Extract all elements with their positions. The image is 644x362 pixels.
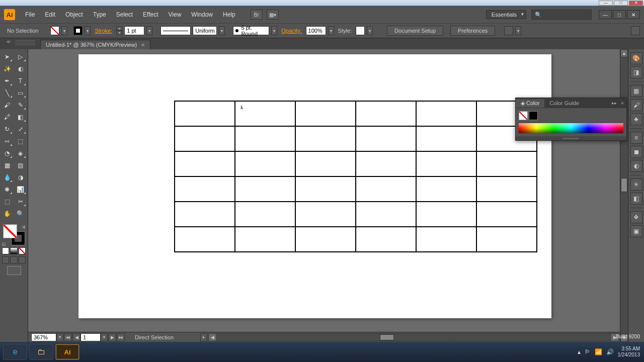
- tab-close-icon[interactable]: ✕: [141, 42, 145, 48]
- stroke-weight-spinner[interactable]: ▴▾: [116, 26, 122, 35]
- tray-action-center-icon[interactable]: 🏳: [585, 348, 591, 355]
- pencil-tool[interactable]: ✎: [15, 100, 27, 111]
- color-tab[interactable]: ◈ Color: [516, 99, 544, 108]
- stroke-label[interactable]: Stroke:: [93, 28, 114, 34]
- document-setup-button[interactable]: Document Setup: [387, 26, 443, 36]
- artboard-dropdown[interactable]: ▾: [101, 333, 108, 341]
- preferences-button[interactable]: Preferences: [450, 26, 495, 36]
- zoom-tool[interactable]: 🔍: [15, 208, 27, 219]
- gradient-tool[interactable]: ▤: [15, 160, 27, 171]
- hand-tool[interactable]: ✋: [1, 208, 13, 219]
- draw-inside-icon[interactable]: [19, 256, 26, 263]
- align-icon[interactable]: [504, 26, 513, 35]
- vscroll-up-icon[interactable]: ▲: [620, 49, 628, 57]
- stroke-profile[interactable]: [160, 26, 191, 35]
- vertical-scrollbar[interactable]: ▲ ▼: [620, 49, 628, 342]
- artboard-tool[interactable]: ⬚: [1, 196, 13, 207]
- pen-tool[interactable]: ✒: [1, 75, 13, 86]
- os-minimize[interactable]: —: [599, 1, 613, 6]
- swap-fill-stroke-icon[interactable]: ⤭: [22, 224, 26, 230]
- stroke-weight-field[interactable]: 1 pt: [124, 26, 144, 35]
- artboard-field[interactable]: 1: [80, 333, 101, 341]
- panel-menu-icon[interactable]: ≡: [618, 101, 626, 106]
- arrange-docs-icon[interactable]: ▦▾: [267, 10, 279, 20]
- color-guide-panel-icon[interactable]: ◨: [630, 66, 642, 78]
- default-fill-stroke-icon[interactable]: ◱: [2, 242, 6, 246]
- swatches-panel-icon[interactable]: ▦: [630, 85, 642, 97]
- paintbrush-tool[interactable]: 🖌: [1, 100, 13, 111]
- vscroll-thumb[interactable]: [621, 178, 627, 192]
- slice-tool[interactable]: ✂: [15, 196, 27, 207]
- first-artboard-icon[interactable]: ⏮: [64, 333, 72, 341]
- tray-volume-icon[interactable]: 🔊: [606, 348, 614, 355]
- style-swatch[interactable]: [356, 26, 365, 35]
- mesh-tool[interactable]: ▦: [1, 160, 13, 171]
- menu-view[interactable]: View: [165, 9, 186, 20]
- fill-box[interactable]: [3, 224, 17, 238]
- width-tool[interactable]: ⇿: [1, 136, 13, 147]
- menu-window[interactable]: Window: [187, 9, 217, 20]
- color-spectrum[interactable]: [519, 123, 623, 133]
- os-close[interactable]: ✕: [629, 1, 643, 6]
- gradient-panel-icon[interactable]: ◼: [630, 146, 642, 158]
- taskbar-explorer-icon[interactable]: 🗀: [29, 344, 53, 360]
- fill-dropdown[interactable]: ▾: [61, 26, 67, 35]
- last-artboard-icon[interactable]: ⏭: [117, 333, 125, 341]
- opacity-dropdown[interactable]: ▾: [328, 26, 334, 35]
- color-guide-tab[interactable]: Color Guide: [544, 99, 584, 107]
- tray-network-icon[interactable]: 📶: [595, 348, 602, 355]
- zoom-field[interactable]: 367%: [31, 333, 56, 341]
- profile-dropdown[interactable]: ▾: [219, 26, 225, 35]
- perspective-tool[interactable]: ◈: [15, 148, 27, 159]
- prev-artboard-icon[interactable]: ◀: [72, 333, 80, 341]
- rotate-tool[interactable]: ↻: [1, 124, 13, 135]
- eyedropper-tool[interactable]: 💧: [1, 172, 13, 183]
- next-artboard-icon[interactable]: ▶: [108, 333, 116, 341]
- fill-stroke-control[interactable]: ⤭ ◱: [1, 223, 27, 246]
- menu-edit[interactable]: Edit: [41, 9, 59, 20]
- lasso-tool[interactable]: ◐: [15, 63, 27, 74]
- stroke-weight-dropdown[interactable]: ▾: [146, 26, 152, 35]
- transparency-panel-icon[interactable]: ◐: [630, 160, 642, 172]
- panel-resize-grip[interactable]: [516, 136, 626, 140]
- panel-grabber[interactable]: [15, 40, 35, 45]
- canvas[interactable]: k: [28, 49, 620, 332]
- screen-mode-icon[interactable]: [7, 266, 21, 275]
- symbol-sprayer-tool[interactable]: ✱: [1, 184, 13, 195]
- align-dropdown[interactable]: ▾: [515, 26, 521, 35]
- appearance-panel-icon[interactable]: ☀: [630, 178, 642, 191]
- opacity-label[interactable]: Opacity:: [279, 28, 303, 34]
- collapse-handle[interactable]: ≪: [6, 39, 11, 44]
- gradient-mode-icon[interactable]: [10, 247, 17, 254]
- stroke-swatch[interactable]: [73, 26, 83, 35]
- style-dropdown[interactable]: ▾: [367, 26, 373, 35]
- document-tab[interactable]: Untitled-1* @ 367% (CMYK/Preview) ✕: [40, 40, 150, 49]
- color-panel-icon[interactable]: 🎨: [630, 52, 642, 64]
- bridge-icon[interactable]: Br: [251, 10, 263, 20]
- panel-collapse-icon[interactable]: ▸▸: [610, 101, 618, 106]
- app-minimize[interactable]: —: [599, 10, 612, 19]
- taskbar-ie-icon[interactable]: e: [3, 344, 27, 360]
- type-tool[interactable]: T: [15, 75, 27, 86]
- controlbar-menu-icon[interactable]: [631, 26, 640, 35]
- hscroll-thumb[interactable]: [380, 334, 394, 340]
- direct-selection-tool[interactable]: ▷: [15, 51, 27, 62]
- symbols-panel-icon[interactable]: ♣: [630, 113, 642, 125]
- selection-tool[interactable]: ➤: [1, 51, 13, 62]
- status-menu-dropdown[interactable]: ▸: [200, 333, 207, 341]
- fill-swatch[interactable]: [50, 26, 59, 35]
- eraser-tool[interactable]: ◧: [15, 112, 27, 123]
- workspace-switcher[interactable]: Essentials: [486, 10, 526, 19]
- brush-dropdown[interactable]: ▾: [271, 26, 277, 35]
- shape-builder-tool[interactable]: ◔: [1, 148, 13, 159]
- rectangle-tool[interactable]: ▭: [15, 87, 27, 99]
- brushes-panel-icon[interactable]: 🖌: [630, 99, 642, 111]
- app-close[interactable]: ✕: [627, 10, 640, 19]
- stroke-panel-icon[interactable]: ≡: [630, 132, 642, 144]
- menu-type[interactable]: Type: [89, 9, 110, 20]
- magic-wand-tool[interactable]: ✨: [1, 63, 13, 74]
- app-maximize[interactable]: □: [613, 10, 626, 19]
- blob-brush-tool[interactable]: 🖍: [1, 112, 13, 123]
- draw-behind-icon[interactable]: [10, 256, 17, 263]
- artboards-panel-icon[interactable]: ▣: [630, 225, 642, 237]
